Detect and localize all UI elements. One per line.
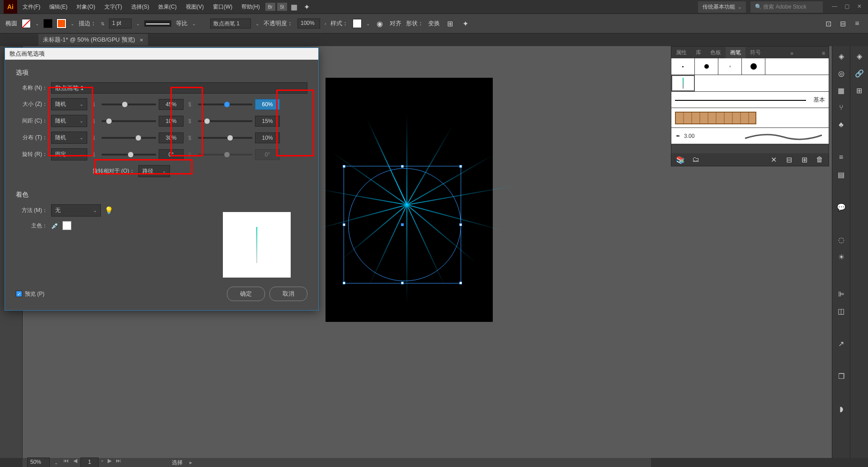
- link-icon[interactable]: ⥮: [91, 134, 98, 142]
- spacing-slider-2[interactable]: [198, 120, 252, 122]
- menu-object[interactable]: 对象(O): [73, 1, 99, 13]
- fill-swatch[interactable]: [22, 19, 31, 28]
- stock-icon[interactable]: St: [277, 3, 287, 11]
- page-input[interactable]: 1: [80, 458, 99, 467]
- align-icon[interactable]: ⊫: [836, 288, 847, 299]
- spacing-mode-select[interactable]: 随机⌄: [51, 115, 87, 127]
- transform-label[interactable]: 变换: [428, 19, 440, 28]
- stroke-profile-preview[interactable]: [144, 20, 171, 27]
- preview-checkbox[interactable]: ✓ 预览 (P): [16, 290, 44, 298]
- grid-icon[interactable]: ▦: [836, 85, 847, 96]
- resize-handle[interactable]: [343, 282, 345, 284]
- rotation-relative-select[interactable]: 路径⌄: [138, 165, 170, 177]
- chevron-down-icon[interactable]: ⌄: [136, 21, 140, 26]
- lines-icon[interactable]: ▤: [836, 169, 847, 180]
- maximize-button[interactable]: ▢: [844, 3, 852, 10]
- tab-properties[interactable]: 属性: [671, 47, 691, 58]
- spacing-slider-1[interactable]: [102, 120, 156, 122]
- arrange-icon[interactable]: ▦: [289, 1, 300, 12]
- scatter-value-2[interactable]: 10%: [255, 132, 280, 143]
- brush-basic-row[interactable]: 基本: [671, 92, 829, 108]
- recolor-icon[interactable]: ◉: [374, 18, 385, 29]
- export-icon[interactable]: ↗: [836, 338, 847, 349]
- delete-icon[interactable]: 🗑: [814, 154, 825, 165]
- shape-icon[interactable]: ◗: [836, 403, 847, 414]
- list-icon[interactable]: ≡: [836, 152, 847, 163]
- layers-icon[interactable]: ◈: [854, 51, 865, 61]
- bulb-icon[interactable]: 💡: [104, 206, 113, 215]
- shape-label[interactable]: 形状：: [406, 19, 424, 28]
- chat-icon[interactable]: 💬: [836, 202, 847, 212]
- resize-handle[interactable]: [401, 165, 404, 168]
- chevron-down-icon[interactable]: ⌄: [35, 21, 39, 26]
- brush-preset[interactable]: [695, 58, 718, 75]
- chevron-down-icon[interactable]: ⌄: [255, 21, 259, 26]
- tab-libraries[interactable]: 库: [691, 47, 706, 58]
- rotation-mode-select[interactable]: 固定⌄: [51, 148, 87, 160]
- resize-handle[interactable]: [459, 165, 462, 168]
- first-page-button[interactable]: ⏮: [62, 458, 70, 467]
- brush-preset[interactable]: [718, 58, 742, 75]
- eyedropper-icon[interactable]: 💉: [51, 222, 59, 229]
- menu-type[interactable]: 文字(T): [101, 1, 126, 13]
- last-page-button[interactable]: ⏭: [115, 458, 122, 467]
- center-handle[interactable]: [401, 223, 404, 226]
- gpu-icon[interactable]: ✦: [302, 1, 312, 12]
- prev-page-button[interactable]: ◀: [71, 458, 79, 467]
- stepper-icon[interactable]: ⇅: [101, 21, 104, 26]
- sun-icon[interactable]: ☀: [836, 251, 847, 262]
- resize-handle[interactable]: [401, 282, 404, 284]
- brush-scatter-selected[interactable]: [671, 75, 695, 91]
- stroke-swatch[interactable]: [43, 19, 52, 28]
- scatter-slider-2[interactable]: [198, 137, 252, 139]
- brush-select[interactable]: 散点画笔 1: [210, 19, 251, 28]
- artboard-tool-icon[interactable]: ⊞: [854, 85, 865, 96]
- menu-window[interactable]: 窗口(W): [209, 1, 236, 13]
- transform-icon2[interactable]: ✦: [460, 18, 471, 29]
- size-mode-select[interactable]: 随机⌄: [51, 98, 87, 110]
- method-select[interactable]: 无⌄: [51, 204, 101, 217]
- brush-preset[interactable]: [742, 58, 765, 75]
- spacing-value-2[interactable]: 15%: [255, 116, 280, 127]
- scatter-value-1[interactable]: 30%: [159, 132, 184, 143]
- brush-calligraphic-row[interactable]: ✒ 3.00: [671, 128, 829, 144]
- link-icon[interactable]: ⥮: [91, 118, 98, 125]
- chevron-down-icon[interactable]: ⌄: [54, 460, 58, 465]
- opacity-input[interactable]: 100%: [297, 19, 320, 28]
- link-icon[interactable]: ⥮: [91, 151, 98, 158]
- link-icon[interactable]: ⥮: [187, 118, 194, 125]
- spacing-value-1[interactable]: 10%: [159, 116, 184, 127]
- size-value-2[interactable]: 60%: [255, 99, 280, 110]
- pathfinder-icon[interactable]: ◫: [836, 306, 847, 316]
- stroke-weight-input[interactable]: 1 pt: [109, 19, 132, 28]
- menu-file[interactable]: 文件(F): [19, 1, 44, 13]
- keycolor-swatch[interactable]: [62, 221, 71, 230]
- menu-select[interactable]: 选择(S): [127, 1, 153, 13]
- libraries-icon[interactable]: 🗂: [690, 154, 701, 165]
- tab-symbols[interactable]: 符号: [745, 47, 765, 58]
- chevron-down-icon[interactable]: ⌄: [100, 458, 104, 467]
- brush-preset[interactable]: [671, 58, 695, 75]
- cancel-button[interactable]: 取消: [269, 287, 307, 301]
- close-icon[interactable]: ×: [140, 37, 143, 43]
- library-icon[interactable]: 📚: [675, 154, 686, 165]
- remove-stroke-icon[interactable]: ✕: [768, 154, 779, 165]
- resize-handle[interactable]: [459, 282, 462, 284]
- artboards-icon[interactable]: ❐: [836, 371, 847, 382]
- links-icon[interactable]: 🔗: [854, 68, 865, 79]
- brush-pattern-row[interactable]: [671, 108, 829, 128]
- dock-icon3[interactable]: ≡: [852, 18, 863, 29]
- name-input[interactable]: [51, 82, 307, 94]
- minimize-button[interactable]: —: [832, 3, 839, 10]
- dock-icon2[interactable]: ⊟: [837, 18, 848, 29]
- style-swatch[interactable]: [353, 19, 362, 28]
- size-slider-2[interactable]: [198, 104, 252, 105]
- document-tab[interactable]: 未标题-1* @ 50% (RGB/GPU 预览) ×: [38, 34, 148, 46]
- tab-overflow[interactable]: »: [787, 48, 797, 58]
- resize-handle[interactable]: [343, 165, 345, 168]
- close-button[interactable]: ✕: [857, 3, 864, 10]
- menu-view[interactable]: 视图(V): [182, 1, 208, 13]
- menu-help[interactable]: 帮助(H): [238, 1, 264, 13]
- workspace-selector[interactable]: 传统基本功能 ⌄: [698, 1, 746, 13]
- link-icon[interactable]: ⥮: [187, 134, 194, 142]
